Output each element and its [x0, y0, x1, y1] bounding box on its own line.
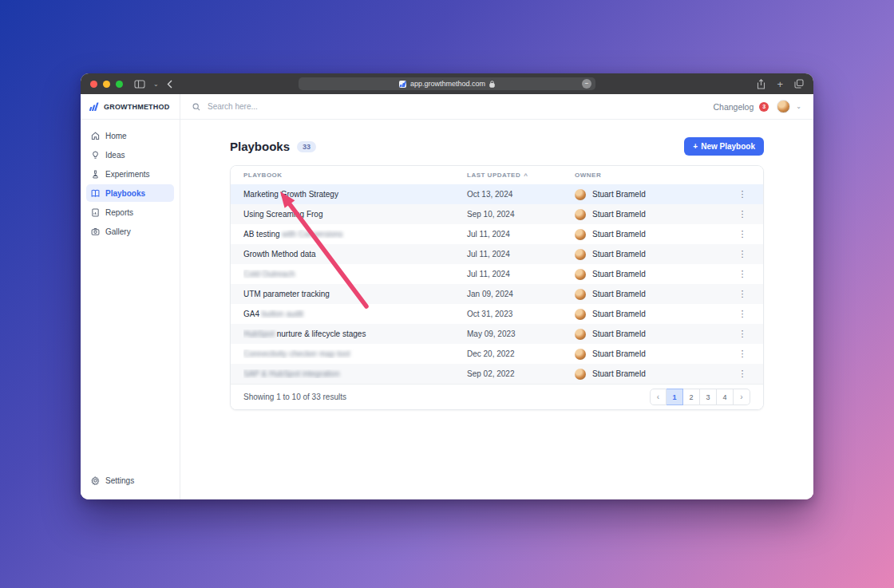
column-playbook[interactable]: PLAYBOOK [243, 172, 467, 179]
page-button-4[interactable]: 4 [717, 389, 734, 405]
sidebar-chevron-icon[interactable]: ⌄ [153, 81, 159, 88]
row-actions-kebab-icon[interactable]: ⋮ [734, 269, 750, 279]
table-body: Marketing Growth Strategy Oct 13, 2024 S… [231, 184, 763, 384]
user-avatar[interactable] [777, 100, 790, 113]
playbook-name: Growth Method data [243, 250, 467, 258]
book-icon [91, 189, 100, 198]
row-actions-kebab-icon[interactable]: ⋮ [734, 229, 750, 239]
row-actions-kebab-icon[interactable]: ⋮ [734, 289, 750, 299]
search-icon [192, 103, 200, 111]
table-row[interactable]: Growth Method data Jul 11, 2024 Stuart B… [231, 244, 763, 264]
sidebar-item-home[interactable]: Home [86, 127, 174, 144]
owner-avatar [575, 369, 586, 380]
sidebar-item-playbooks[interactable]: Playbooks [86, 184, 174, 202]
row-actions-kebab-icon[interactable]: ⋮ [734, 349, 750, 359]
table-row[interactable]: HubSpot nurture & lifecycle stages May 0… [231, 324, 763, 344]
sidebar-item-gallery[interactable]: Gallery [86, 223, 174, 240]
playbook-name: AB testing with Conversions [243, 230, 467, 239]
sidebar-item-label: Gallery [105, 227, 131, 236]
sidebar-item-ideas[interactable]: Ideas [86, 146, 174, 164]
minimize-window-icon[interactable] [103, 81, 110, 88]
row-updated: Oct 13, 2024 [467, 190, 575, 199]
row-actions-kebab-icon[interactable]: ⋮ [734, 309, 750, 319]
owner-avatar [575, 289, 586, 300]
table-row[interactable]: Connectivity checker map tool Dec 20, 20… [231, 344, 763, 364]
sidebar-item-experiments[interactable]: Experiments [86, 165, 174, 183]
playbook-name: Using Screaming Frog [243, 210, 467, 219]
sidebar-item-label: Playbooks [105, 189, 145, 198]
owner-name: Stuart Brameld [592, 270, 646, 278]
app-logo[interactable]: GROWTHMETHOD [81, 94, 180, 120]
sidebar-toggle-icon[interactable] [134, 80, 145, 89]
sidebar-item-label: Reports [105, 208, 133, 217]
address-bar[interactable]: app.growthmethod.com − [299, 77, 595, 90]
changelog-link[interactable]: Changelog [714, 102, 754, 112]
camera-icon [91, 227, 100, 236]
row-updated: Dec 20, 2022 [467, 349, 575, 358]
row-actions-kebab-icon[interactable]: ⋮ [734, 209, 750, 219]
zoom-window-icon[interactable] [116, 81, 123, 88]
new-tab-icon[interactable]: + [777, 78, 783, 90]
table-row[interactable]: Marketing Growth Strategy Oct 13, 2024 S… [231, 184, 763, 204]
playbooks-page: Playbooks 33 + New Playbook PLAYBOOK LAS… [180, 120, 813, 499]
sidebar-item-settings[interactable]: Settings [86, 472, 174, 489]
owner-avatar [575, 189, 586, 200]
column-last-updated[interactable]: LAST UPDATED ^ [467, 172, 575, 179]
share-icon[interactable] [757, 79, 765, 89]
row-updated: Sep 02, 2022 [467, 369, 575, 378]
pagination: ‹ 1 2 3 4 › [650, 389, 750, 405]
table-header-row: PLAYBOOK LAST UPDATED ^ OWNER [231, 166, 763, 184]
sidebar-item-label: Ideas [105, 151, 125, 160]
gear-icon [91, 476, 100, 485]
owner-name: Stuart Brameld [592, 310, 646, 318]
table-row[interactable]: AB testing with Conversions Jul 11, 2024… [231, 224, 763, 244]
close-window-icon[interactable] [90, 81, 97, 88]
owner-avatar [575, 209, 586, 220]
playbook-name: Cold Outreach [243, 270, 467, 278]
site-favicon [399, 81, 406, 88]
page-button-2[interactable]: 2 [683, 389, 700, 405]
table-footer: Showing 1 to 10 of 33 results ‹ 1 2 3 4 … [231, 384, 763, 409]
page-button-1[interactable]: 1 [667, 389, 683, 405]
sidebar-item-reports[interactable]: Reports [86, 203, 174, 221]
owner-name: Stuart Brameld [592, 250, 646, 258]
column-owner[interactable]: OWNER [575, 172, 734, 179]
table-row[interactable]: GA4 button audit Oct 31, 2023 Stuart Bra… [231, 304, 763, 324]
row-actions-kebab-icon[interactable]: ⋮ [734, 249, 750, 259]
next-page-button[interactable]: › [734, 389, 750, 405]
page-button-3[interactable]: 3 [700, 389, 717, 405]
prev-page-button[interactable]: ‹ [650, 389, 667, 405]
new-playbook-button[interactable]: + New Playbook [684, 137, 764, 156]
growthmethod-logo-icon [89, 102, 101, 111]
owner-name: Stuart Brameld [592, 349, 646, 358]
extension-badge-icon[interactable]: − [582, 79, 591, 89]
user-menu-chevron-icon[interactable]: ⌄ [796, 103, 801, 110]
tab-overview-icon[interactable] [794, 79, 804, 89]
back-icon[interactable] [167, 80, 172, 89]
app-topbar: Search here... Changelog 3 ⌄ [180, 94, 813, 120]
table-row[interactable]: SAP & HubSpot integration Sep 02, 2022 S… [231, 364, 763, 384]
sidebar-item-label: Settings [105, 476, 134, 485]
owner-avatar [575, 329, 586, 340]
owner-avatar [575, 249, 586, 260]
owner-name: Stuart Brameld [592, 190, 646, 199]
row-updated: Oct 31, 2023 [467, 310, 575, 318]
table-row[interactable]: Using Screaming Frog Sep 10, 2024 Stuart… [231, 204, 763, 224]
browser-titlebar: ⌄ app.growthmethod.com − + [81, 73, 813, 94]
row-actions-kebab-icon[interactable]: ⋮ [734, 369, 750, 379]
table-row[interactable]: Cold Outreach Jul 11, 2024 Stuart Bramel… [231, 264, 763, 284]
row-actions-kebab-icon[interactable]: ⋮ [734, 329, 750, 339]
page-title: Playbooks [230, 140, 290, 153]
row-updated: Jul 11, 2024 [467, 270, 575, 278]
report-icon [91, 208, 100, 217]
app-logo-text: GROWTHMETHOD [104, 103, 169, 111]
search-input[interactable]: Search here... [208, 102, 258, 111]
playbook-name: GA4 button audit [243, 310, 467, 318]
playbooks-table: PLAYBOOK LAST UPDATED ^ OWNER Marketing … [230, 165, 764, 410]
table-row[interactable]: UTM parameter tracking Jan 09, 2024 Stua… [231, 284, 763, 304]
row-actions-kebab-icon[interactable]: ⋮ [734, 189, 750, 199]
playbooks-count-badge: 33 [297, 141, 316, 152]
owner-avatar [575, 349, 586, 360]
playbook-name: UTM parameter tracking [243, 290, 467, 298]
address-url: app.growthmethod.com [410, 80, 485, 88]
